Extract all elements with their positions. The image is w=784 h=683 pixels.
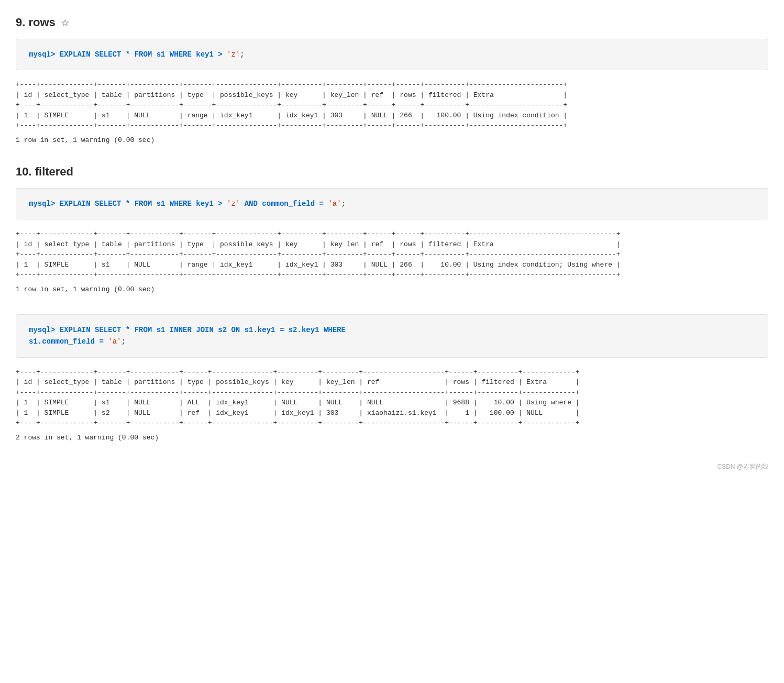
section-filtered: 10. filteredmysql> EXPLAIN SELECT * FROM…: [16, 165, 768, 293]
code-line: mysql> EXPLAIN SELECT * FROM s1 WHERE ke…: [29, 49, 755, 60]
code-block: mysql> EXPLAIN SELECT * FROM s1 INNER JO…: [16, 314, 768, 358]
code-token: 'a': [328, 200, 341, 208]
section-heading: 9. rows ☆: [16, 16, 768, 29]
result-summary: 2 rows in set, 1 warning (0.00 sec): [16, 434, 768, 442]
code-token: s1.common_field =: [29, 337, 108, 346]
code-token: mysql>: [29, 326, 60, 334]
section-rows: 9. rows ☆mysql> EXPLAIN SELECT * FROM s1…: [16, 16, 768, 144]
sql-result-table: +----+-------------+-------+------------…: [16, 80, 768, 131]
result-summary: 1 row in set, 1 warning (0.00 sec): [16, 136, 768, 144]
code-block: mysql> EXPLAIN SELECT * FROM s1 WHERE ke…: [16, 188, 768, 219]
footer-attribution: CSDN @赤脚的我: [16, 462, 768, 471]
result-summary: 1 row in set, 1 warning (0.00 sec): [16, 285, 768, 293]
code-token: mysql>: [29, 200, 60, 208]
code-token: EXPLAIN SELECT * FROM s1 INNER JOIN s2 O…: [60, 326, 346, 334]
code-token: AND common_field =: [240, 200, 328, 208]
section-filtered2: mysql> EXPLAIN SELECT * FROM s1 INNER JO…: [16, 314, 768, 442]
code-line: s1.common_field = 'a';: [29, 336, 755, 347]
code-block: mysql> EXPLAIN SELECT * FROM s1 WHERE ke…: [16, 39, 768, 70]
code-token: ;: [341, 200, 346, 208]
code-line: mysql> EXPLAIN SELECT * FROM s1 WHERE ke…: [29, 198, 755, 210]
section-heading: 10. filtered: [16, 165, 768, 179]
code-token: 'a': [108, 337, 121, 346]
sql-result-table: +----+-------------+-------+------------…: [16, 367, 768, 428]
code-token: ;: [240, 50, 244, 59]
code-token: EXPLAIN SELECT * FROM s1 WHERE key1 >: [60, 50, 227, 59]
code-token: 'z': [227, 200, 240, 208]
code-token: ;: [121, 337, 125, 346]
code-token: mysql>: [29, 50, 60, 59]
code-token: EXPLAIN SELECT * FROM s1 WHERE key1 >: [60, 200, 227, 208]
sql-result-table: +----+-------------+-------+------------…: [16, 229, 768, 280]
code-line: mysql> EXPLAIN SELECT * FROM s1 INNER JO…: [29, 324, 755, 336]
star-icon: ☆: [61, 18, 69, 28]
code-token: 'z': [227, 50, 240, 59]
